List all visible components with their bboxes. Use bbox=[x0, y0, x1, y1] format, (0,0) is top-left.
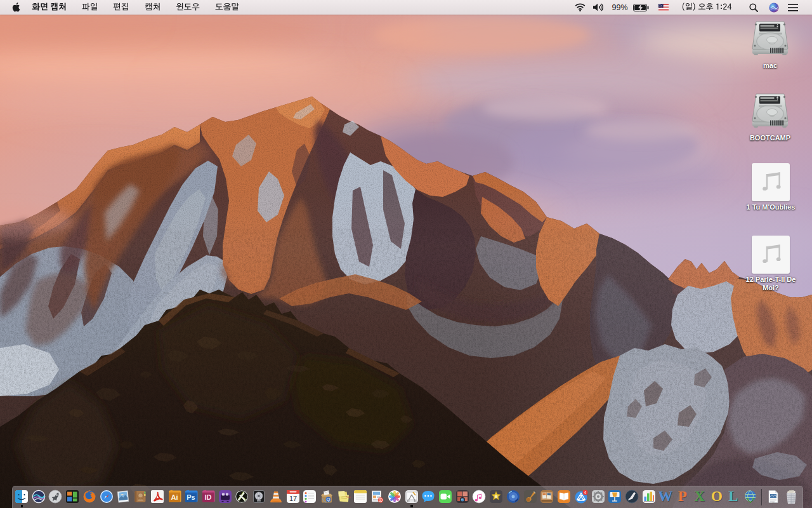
svg-text:P: P bbox=[678, 490, 687, 504]
svg-text:X: X bbox=[694, 490, 705, 504]
svg-text:O: O bbox=[710, 490, 722, 504]
svg-text:4: 4 bbox=[584, 490, 586, 495]
svg-text:Rapp: Rapp bbox=[346, 495, 351, 498]
svg-text:ID: ID bbox=[204, 493, 211, 501]
svg-text:W: W bbox=[658, 490, 672, 504]
svg-text:Ai: Ai bbox=[171, 493, 178, 501]
svg-text:L: L bbox=[728, 490, 738, 504]
svg-text:Ps: Ps bbox=[187, 493, 195, 501]
svg-text:Q: Q bbox=[327, 497, 331, 502]
svg-text:17: 17 bbox=[289, 495, 296, 502]
